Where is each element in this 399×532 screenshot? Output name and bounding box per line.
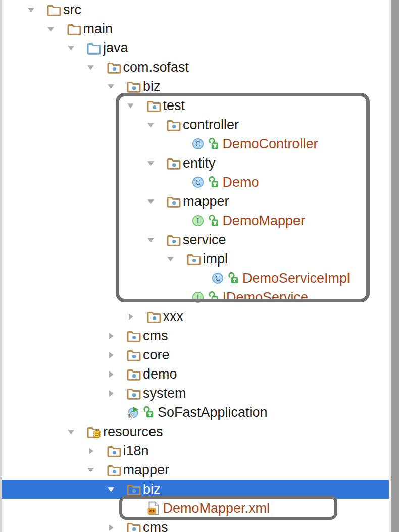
tree-row-9-demo[interactable]: C Demo bbox=[2, 173, 389, 192]
tree-row-2-java[interactable]: java bbox=[2, 38, 389, 58]
row-label: DemoMapper.xml bbox=[163, 501, 270, 516]
expand-toggle-icon[interactable] bbox=[106, 331, 116, 341]
tree-row-24-mapper[interactable]: mapper bbox=[2, 460, 389, 480]
collapse-toggle-icon[interactable] bbox=[106, 484, 116, 494]
tree-row-3-com-sofast[interactable]: com.sofast bbox=[2, 58, 389, 77]
row-label: IDemoService bbox=[223, 290, 309, 305]
unlock-icon bbox=[228, 272, 239, 285]
tree-row-0-src[interactable]: src bbox=[2, 0, 389, 19]
tree-row-16-xxx[interactable]: xxx bbox=[2, 307, 389, 326]
tree-row-15-idemoservice[interactable]: I IDemoService bbox=[2, 288, 389, 307]
row-label: i18n bbox=[123, 443, 149, 459]
expand-toggle-icon[interactable] bbox=[126, 311, 136, 322]
tree-row-11-demomapper[interactable]: I DemoMapper bbox=[2, 211, 389, 230]
tree-row-23-i18n[interactable]: i18n bbox=[2, 441, 389, 460]
unlock-icon bbox=[208, 291, 220, 304]
tree-row-7-democontroller[interactable]: C DemoController bbox=[2, 134, 389, 153]
class-icon: C bbox=[192, 137, 206, 151]
indent-spacer bbox=[166, 292, 176, 302]
tree-row-12-service[interactable]: service bbox=[2, 230, 389, 249]
collapse-toggle-icon[interactable] bbox=[26, 5, 36, 15]
row-label: cms bbox=[143, 328, 168, 344]
expand-toggle-icon[interactable] bbox=[86, 446, 96, 456]
indent-spacer bbox=[166, 139, 176, 149]
tree-row-17-cms[interactable]: cms bbox=[2, 326, 389, 345]
collapse-toggle-icon[interactable] bbox=[86, 62, 96, 72]
indent-spacer bbox=[166, 177, 176, 187]
collapse-toggle-icon[interactable] bbox=[166, 254, 176, 264]
indent-spacer bbox=[185, 273, 195, 283]
expand-toggle-icon[interactable] bbox=[106, 369, 116, 379]
collapse-toggle-icon[interactable] bbox=[145, 120, 156, 130]
collapse-toggle-icon[interactable] bbox=[106, 81, 116, 91]
project-tree: src main java com.sofast biz test bbox=[2, 0, 389, 532]
tree-row-13-impl[interactable]: impl bbox=[2, 249, 389, 269]
collapse-toggle-icon[interactable] bbox=[145, 158, 156, 168]
tree-row-19-demo[interactable]: demo bbox=[2, 364, 389, 384]
row-label: controller bbox=[183, 117, 239, 133]
tree-row-6-controller[interactable]: controller bbox=[2, 115, 389, 134]
svg-text:C: C bbox=[215, 275, 220, 282]
row-label: com.sofast bbox=[123, 60, 189, 75]
row-label: entity bbox=[183, 155, 216, 171]
package-folder-icon bbox=[107, 444, 121, 458]
tree-row-1-main[interactable]: main bbox=[2, 19, 389, 38]
package-folder-icon bbox=[127, 386, 141, 400]
collapse-toggle-icon[interactable] bbox=[86, 465, 96, 475]
collapse-toggle-icon[interactable] bbox=[126, 100, 136, 111]
expand-toggle-icon[interactable] bbox=[106, 350, 116, 360]
tree-row-4-biz[interactable]: biz bbox=[2, 77, 389, 96]
class-icon: C bbox=[192, 175, 206, 189]
package-folder-icon bbox=[107, 60, 121, 74]
svg-text:<>: <> bbox=[148, 508, 155, 514]
expand-toggle-icon[interactable] bbox=[106, 388, 116, 398]
tree-row-5-test[interactable]: test bbox=[2, 96, 389, 115]
svg-text:C: C bbox=[195, 140, 200, 148]
indent-spacer bbox=[166, 216, 176, 226]
row-label: DemoServiceImpl bbox=[242, 271, 350, 286]
tree-row-27-cms[interactable]: cms bbox=[2, 518, 389, 532]
xml-file-icon: <> bbox=[147, 501, 161, 515]
tree-row-21-sofastapplication[interactable]: C SoFastApplication bbox=[2, 403, 389, 422]
tree-row-8-entity[interactable]: entity bbox=[2, 153, 389, 173]
collapse-toggle-icon[interactable] bbox=[66, 427, 76, 437]
java-folder-icon bbox=[87, 41, 101, 55]
unlock-icon bbox=[208, 215, 220, 227]
interface-icon: I bbox=[192, 290, 206, 304]
tree-row-26-demomapper-xml[interactable]: <> DemoMapper.xml bbox=[2, 499, 389, 518]
package-folder-icon bbox=[127, 348, 141, 362]
package-folder-icon bbox=[147, 309, 161, 324]
folder-icon bbox=[67, 22, 81, 36]
interface-icon: I bbox=[192, 214, 206, 228]
tree-row-14-demoserviceimpl[interactable]: C DemoServiceImpl bbox=[2, 269, 389, 288]
tree-row-22-resources[interactable]: resources bbox=[2, 422, 389, 441]
row-label: src bbox=[63, 2, 81, 18]
row-label: DemoController bbox=[223, 136, 318, 152]
resources-folder-icon bbox=[87, 424, 101, 439]
runnable-class-icon: C bbox=[127, 405, 141, 419]
package-folder-icon bbox=[147, 98, 161, 113]
row-label: resources bbox=[103, 424, 163, 440]
unlock-icon bbox=[208, 176, 220, 189]
tree-row-20-system[interactable]: system bbox=[2, 384, 389, 403]
tree-row-25-biz[interactable]: biz bbox=[2, 480, 389, 499]
package-folder-icon bbox=[107, 463, 121, 477]
tree-row-18-core[interactable]: core bbox=[2, 345, 389, 364]
row-label: test bbox=[163, 98, 185, 114]
tree-row-10-mapper[interactable]: mapper bbox=[2, 192, 389, 211]
row-label: Demo bbox=[223, 175, 259, 190]
collapse-toggle-icon[interactable] bbox=[46, 24, 56, 34]
row-label: mapper bbox=[183, 194, 229, 209]
collapse-toggle-icon[interactable] bbox=[145, 235, 156, 245]
folder-icon bbox=[47, 3, 61, 17]
package-folder-icon bbox=[187, 252, 201, 266]
expand-toggle-icon[interactable] bbox=[106, 522, 116, 532]
row-label: cms bbox=[143, 520, 168, 532]
svg-text:I: I bbox=[196, 217, 199, 225]
collapse-toggle-icon[interactable] bbox=[66, 43, 76, 53]
project-tree-panel: src main java com.sofast biz test bbox=[0, 0, 399, 532]
collapse-toggle-icon[interactable] bbox=[145, 196, 156, 206]
panel-left-border bbox=[0, 0, 2, 532]
unlock-icon bbox=[143, 406, 155, 419]
row-label: biz bbox=[143, 79, 161, 94]
